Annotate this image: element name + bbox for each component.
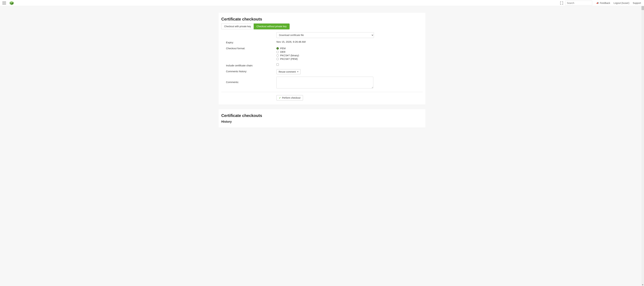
fullscreen-icon[interactable]	[559, 0, 564, 6]
comments-textarea[interactable]	[276, 77, 373, 88]
format-pkcs7-pem-row[interactable]: PKCS#7 (PEM)	[276, 57, 421, 60]
format-pkcs7-pem-radio[interactable]	[276, 58, 279, 60]
perform-checkout-label: Perform checkout	[282, 96, 300, 99]
perform-checkout-button[interactable]: ✓ Perform checkout	[276, 95, 303, 100]
tab-with-private-key[interactable]: Checkout with private key	[221, 23, 254, 29]
reuse-comment-label: Reuse comment	[278, 70, 296, 73]
logout-link-label: Logout (tvuser)	[614, 2, 629, 4]
checkout-format-label: Checkout format:	[226, 46, 276, 50]
format-pem-radio[interactable]	[276, 47, 279, 49]
download-certificate-select[interactable]: Download certificate file	[276, 32, 374, 38]
history-title: Certificate checkouts	[221, 113, 423, 118]
reuse-comment-dropdown[interactable]: Reuse comment	[276, 69, 301, 74]
search-input[interactable]	[565, 1, 592, 5]
caret-down-icon	[297, 71, 298, 72]
checkout-tabs: Checkout with private key Checkout witho…	[221, 23, 423, 29]
expiry-value: Nov 15, 2026, 9:26:48 AM	[276, 40, 421, 43]
window-scrollbar[interactable]	[642, 0, 644, 286]
feedback-link-label: Feedback	[600, 2, 610, 4]
app-logo[interactable]	[10, 1, 14, 5]
check-icon: ✓	[279, 96, 281, 99]
format-der-radio[interactable]	[276, 51, 279, 53]
history-card: Certificate checkouts History	[218, 109, 426, 128]
megaphone-icon: 📣	[596, 2, 599, 4]
top-bar: 📣 Feedback Logout (tvuser) Support	[0, 0, 644, 6]
format-pkcs7-binary-label: PKCS#7 (binary)	[280, 54, 299, 57]
include-chain-checkbox[interactable]	[276, 63, 279, 66]
format-der-row[interactable]: DER	[276, 50, 421, 53]
menu-icon[interactable]	[2, 1, 7, 5]
logout-link[interactable]: Logout (tvuser)	[614, 2, 629, 4]
format-pkcs7-binary-row[interactable]: PKCS#7 (binary)	[276, 54, 421, 57]
format-pkcs7-pem-label: PKCS#7 (PEM)	[280, 57, 298, 60]
history-subtitle: History	[221, 120, 423, 123]
support-link-label: Support	[633, 2, 641, 4]
divider	[221, 92, 423, 92]
support-link[interactable]: Support	[633, 2, 641, 4]
checkout-card: Certificate checkouts Checkout with priv…	[218, 13, 426, 104]
page-scroll[interactable]: Certificate checkouts Checkout with priv…	[0, 6, 644, 286]
format-pem-row[interactable]: PEM	[276, 47, 421, 50]
format-der-label: DER	[280, 50, 286, 53]
format-pem-label: PEM	[280, 47, 286, 50]
comments-label: Comments:	[226, 77, 276, 83]
checkout-title: Certificate checkouts	[221, 17, 423, 21]
comments-history-label: Comments history:	[226, 69, 276, 73]
scroll-down-arrow-icon[interactable]	[642, 285, 643, 285]
tab-without-private-key[interactable]: Checkout without private key	[254, 23, 290, 29]
feedback-link[interactable]: 📣 Feedback	[596, 2, 610, 4]
format-pkcs7-binary-radio[interactable]	[276, 54, 279, 57]
expiry-label: Expiry:	[226, 40, 276, 44]
include-chain-label: Include certificate chain:	[226, 63, 276, 67]
